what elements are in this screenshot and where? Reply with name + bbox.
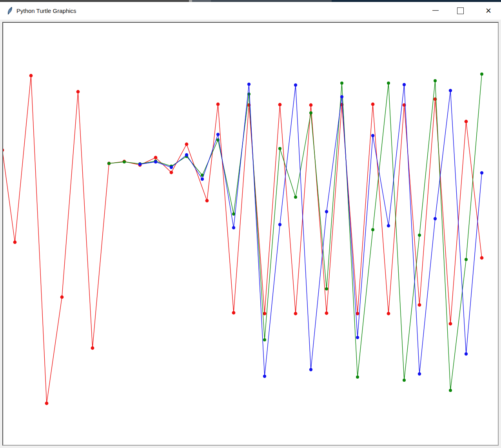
red-data-point	[185, 143, 189, 146]
blue-data-point	[138, 163, 142, 166]
red-data-point	[154, 156, 158, 160]
green-data-point	[263, 338, 266, 341]
close-icon: ✕	[485, 6, 492, 15]
green-data-point	[480, 73, 483, 76]
blue-data-point	[263, 375, 266, 378]
red-data-point	[29, 74, 33, 78]
maximize-button[interactable]	[451, 2, 469, 20]
red-series-line	[3, 76, 482, 403]
turtle-canvas[interactable]	[2, 22, 499, 446]
green-data-point	[340, 82, 343, 85]
blue-data-point	[185, 153, 188, 156]
red-data-point	[480, 256, 484, 260]
green-data-point	[434, 79, 437, 82]
green-data-point	[465, 258, 468, 261]
red-data-point	[91, 346, 94, 350]
red-data-point	[76, 90, 80, 94]
red-data-point	[309, 103, 313, 107]
blue-data-point	[232, 226, 235, 229]
blue-data-point	[247, 83, 250, 86]
green-data-point	[387, 82, 390, 85]
green-data-point	[294, 196, 297, 199]
close-button[interactable]: ✕	[479, 2, 497, 20]
minimize-button[interactable]: —	[427, 2, 445, 20]
red-data-point	[278, 103, 282, 107]
blue-data-point	[449, 89, 452, 92]
blue-data-point	[309, 368, 312, 371]
blue-data-point	[465, 352, 468, 355]
green-data-point	[356, 375, 359, 379]
blue-data-point	[278, 223, 281, 226]
turtle-drawing	[3, 23, 498, 445]
green-data-point	[107, 162, 111, 165]
red-data-point	[294, 312, 298, 316]
blue-data-point	[216, 133, 220, 136]
red-data-point	[45, 402, 49, 405]
blue-data-point	[294, 83, 297, 87]
window-title: Python Turtle Graphics	[16, 2, 76, 20]
blue-data-point	[480, 171, 483, 174]
red-data-point	[3, 149, 4, 152]
blue-data-point	[325, 210, 328, 213]
blue-data-point	[418, 372, 421, 375]
green-data-point	[325, 287, 328, 290]
red-data-point	[170, 171, 173, 174]
red-data-point	[387, 312, 390, 316]
red-data-point	[371, 103, 375, 106]
red-data-point	[205, 199, 209, 203]
green-data-point	[278, 147, 281, 150]
red-data-point	[418, 303, 421, 307]
green-data-point	[403, 379, 406, 382]
blue-data-point	[434, 217, 437, 220]
green-data-point	[371, 228, 374, 231]
blue-data-point	[154, 160, 157, 163]
red-data-point	[232, 311, 236, 315]
red-data-point	[449, 322, 452, 326]
blue-data-point	[340, 95, 343, 98]
green-series-line	[109, 74, 482, 390]
red-data-point	[13, 241, 17, 244]
title-bar: Python Turtle Graphics — ✕	[0, 2, 501, 20]
blue-data-point	[371, 134, 374, 137]
red-data-point	[263, 312, 267, 316]
red-data-point	[465, 120, 468, 123]
red-data-point	[325, 312, 329, 315]
maximize-icon	[457, 7, 464, 14]
blue-data-point	[170, 166, 173, 169]
blue-data-point	[387, 224, 390, 227]
blue-data-point	[201, 178, 204, 181]
green-data-point	[418, 234, 421, 237]
red-data-point	[60, 296, 64, 299]
blue-data-point	[403, 83, 406, 86]
minimize-icon: —	[432, 7, 439, 14]
green-data-point	[309, 111, 312, 114]
canvas-frame	[0, 20, 501, 448]
python-feather-icon	[7, 6, 13, 15]
green-data-point	[123, 160, 126, 163]
blue-data-point	[356, 336, 359, 339]
red-data-point	[216, 103, 220, 106]
green-data-point	[449, 389, 452, 392]
